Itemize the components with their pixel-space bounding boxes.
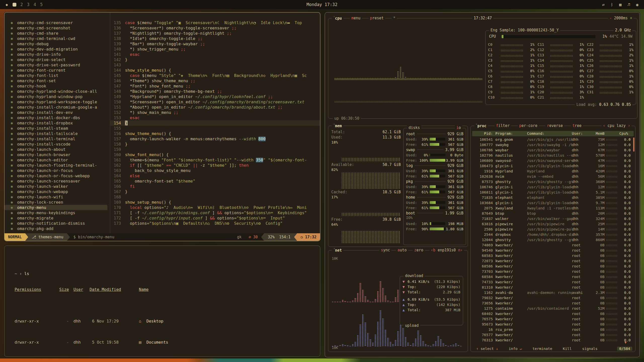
file-item[interactable]: ✱omarchy-install-dropbox [5,120,110,126]
tree-button[interactable]: tree [571,123,583,128]
code-line[interactable]: 142} [110,57,320,62]
net-zero-button[interactable]: zero [413,248,425,252]
process-row[interactable]: 102638 nvim nvim --embed dhh 56M 0.0 [472,174,634,179]
code-line[interactable]: 149 *Hyprland*) open_in_editor ~/.config… [110,94,320,99]
file-item[interactable]: ✱omarchy-launch-or-focus-webapp [5,173,110,178]
file-item[interactable]: ✱omarchy-hook [5,83,110,89]
file-item[interactable]: ✱omarchy-install-terminal [5,136,110,142]
file-item[interactable]: ✱omarchy-cmd-share [5,31,110,36]
proc-header-row[interactable]: Pid: Program: Command: User: MemB Cpu% ↑ [472,131,634,136]
file-item[interactable]: ✱omarchy-lock-screen [5,200,110,205]
file-item[interactable]: ✱omarchy-install-dev-env [5,110,110,115]
net-sync-button[interactable]: sync [379,248,391,252]
file-item[interactable]: ✱omarchy-launch-floating-terminal- [5,163,110,168]
file-item[interactable]: ✱omarchy-launch-screensaver [5,178,110,184]
process-row[interactable]: 73656 kworker/ root 0B 0.0 [472,301,634,306]
code-line[interactable]: 151 *About*) open_in_editor ~/.config/om… [110,105,320,110]
file-item[interactable]: ✱omarchy-install-tailscale [5,131,110,136]
code-line[interactable]: 146 *Theme*) show_theme_menu ;; [110,78,320,83]
code-line[interactable]: 157 omarchy-launch-walker -m menus:omarc… [110,136,320,142]
code-line[interactable]: 147 *Font*) show_font_menu ;; [110,83,320,89]
net-auto-button[interactable]: auto [396,248,408,252]
code-line[interactable]: 150 *Screensaver*) open_in_editor ~/.con… [110,99,320,105]
process-row[interactable]: 2544 dropbox /home/dhh/.dropbox-dist dhh… [472,232,634,237]
file-item[interactable]: ✱omarchy-cmd-terminal-cwd [5,36,110,41]
process-row[interactable]: 12044 ghostty /usr/bin/ghostty --gtk- dh… [472,237,634,243]
proc-footer-button[interactable]: Kill [561,347,573,351]
workspace-number[interactable]: 5 [40,2,43,7]
file-item[interactable]: ✱omarchy-launch-browser [5,152,110,157]
update-interval[interactable]: - 2000ms + [608,16,634,20]
process-row[interactable]: 1162 avahi-da avahi-daemon: running [ av… [472,290,634,295]
file-item[interactable]: ✱omarchy-hyprland-workspace-toggle [5,99,110,105]
file-item[interactable]: ✱omarchy-menu-keybindings [5,210,110,215]
swap-icon[interactable]: ⇄ [602,2,605,7]
code-line[interactable]: 135case $(menu "Toggle" "▣ Screensaver\n… [110,20,320,25]
process-row[interactable]: 74869 kworker/ root 0B 0.0 [472,243,634,248]
file-item[interactable]: ✱omarchy-install-steam [5,126,110,131]
file-item[interactable]: ✱omarchy-install-docker-dbs [5,115,110,120]
proc-footer-button[interactable]: info ↵ [507,347,523,351]
code-line[interactable]: 170 local options="♪ Audio\n≈ Wifi\nᛒ Bl… [110,205,320,210]
process-row[interactable]: 76575 kworker/ root 0B 0.0 [472,316,634,322]
file-item[interactable]: ✱omarchy-launch-walker [5,184,110,189]
process-row[interactable]: 68583 kworker/ root 0B 0.0 [472,253,634,258]
code-line[interactable]: 173 options="$options\n▣ Defaults\n⌂ DNS… [110,221,320,226]
code-line[interactable]: 139 *Bar*) omarchy-toggle-waybar ;; [110,41,320,47]
code-line[interactable]: 143 [110,62,320,68]
file-item[interactable]: ✱omarchy-cmd-screensaver [5,20,110,25]
code-line[interactable]: 171 [ -f ~/.config/hypr/bindings.conf ] … [110,210,320,215]
process-row[interactable]: 106473 glycin-i /usr/lib/glycin-loaders … [472,163,634,169]
process-row[interactable]: 63816 pipewire /usr/bin/pipewire dhh 25M… [472,221,634,227]
workspace-number[interactable]: 4 [33,2,36,7]
process-row[interactable]: 16 rcu_pree root 0B 0.0 [472,327,634,332]
code-line[interactable]: 137 *Nightlight*) omarchy-toggle-nightli… [110,31,320,36]
process-row[interactable]: 68402 kworker/ root 0B 0.0 [472,311,634,316]
proc-footer-button[interactable]: signals [581,347,599,351]
process-row[interactable]: 106777 swaybg /usr/bin/swaybg -i /hom dh… [472,142,634,148]
code-line[interactable]: 158} [110,142,320,147]
file-item[interactable]: ✱omarchy-launch-editor [5,157,110,163]
code-line[interactable]: 162 if [[ "$theme" == "CNCLD" || -z "$th… [110,163,320,168]
code-line[interactable]: 160show_font_menu() { [110,152,320,157]
levels-icon[interactable]: ▦ [619,2,622,7]
process-row[interactable]: 106811 glycin-i /usr/lib/glycin-loaders … [472,190,634,195]
sort-selector[interactable]: ‹ cpu lazy › [601,123,632,128]
code-line[interactable]: 164 else [110,173,320,178]
process-row[interactable]: 106746 glycin-i /usr/lib/glycin-loaders … [472,185,634,190]
bluetooth-icon[interactable]: ᛒ [611,2,613,7]
process-row[interactable]: 106541 org.gnom /usr/bin/gjs /usr/lib/o … [472,137,634,142]
process-row[interactable]: 87649 btop btop dhh 26M 0.0 [472,211,634,216]
code-line[interactable]: 144show_style_menu() { [110,68,320,73]
code-line[interactable]: 163 back_to show_style_menu [110,168,320,173]
file-item[interactable]: ✱omarchy-menu [5,205,107,210]
process-row[interactable]: 81310 kworker/ root 0B 0.0 [472,285,634,290]
code-line[interactable]: 140 *) show_trigger_menu ;; [110,47,320,52]
code-line[interactable]: 138 *Idle*) omarchy-toggle-idle ;; [110,36,320,41]
process-row[interactable]: 1916 Hyprland Hyprland dhh 420M 0.0 [472,169,634,174]
proc-footer-button[interactable]: terminate [531,347,554,351]
net-interface-selector[interactable]: ‹b enp191s0 n› [429,248,464,252]
code-line[interactable]: 166 fi [110,184,320,189]
code-line[interactable]: 136 *Screensaver*) omarchy-toggle-screen… [110,25,320,31]
file-item[interactable]: ✱omarchy-drive-info [5,52,110,57]
reverse-button[interactable]: reverse [545,123,564,128]
process-row[interactable]: 2586 pipewire /usr/bin/pipewire-pulse dh… [472,227,634,232]
file-item[interactable]: ✱omarchy-font-current [5,68,110,73]
file-item[interactable]: ✱omarchy-debug [5,41,110,47]
file-item[interactable]: ✱omarchy-launch-or-focus [5,168,110,173]
topbar-clock[interactable]: Monday 17:32 [307,2,338,7]
workspace-number[interactable]: 3 [27,2,29,7]
per-core-button[interactable]: per-core [518,123,539,128]
code-line[interactable]: 165 omarchy-font-set "$theme" [110,178,320,184]
volume-icon[interactable]: ♬ [628,2,630,7]
process-row[interactable]: 68584 kworker/ root 0B 0.0 [472,274,634,280]
file-item[interactable]: ✱omarchy-launch-about [5,147,110,152]
code-line[interactable]: 155 [110,126,320,131]
code-line[interactable]: 161 theme=$(menu "Font" "$(omarchy-font-… [110,157,320,163]
terminal-body[interactable]: ~ › ls Permissions Size User Date Modifi… [5,246,320,357]
process-row[interactable]: 1275 containe /usr/bin/containerd root 5… [472,306,634,311]
file-item[interactable]: ✱omarchy-launch-wifi [5,194,110,200]
code-line[interactable]: 148 *Background*) omarchy-theme-bg-next … [110,89,320,94]
process-row[interactable]: 71835 elephant elephant dhh 385M 0.0 [472,195,634,200]
